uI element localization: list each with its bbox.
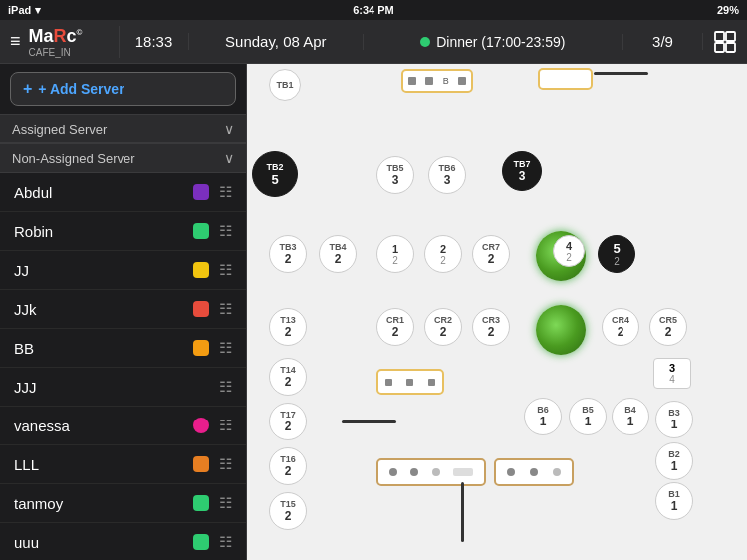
server-color-JJ <box>193 262 209 278</box>
table-TB1[interactable]: TB1 <box>269 69 301 101</box>
server-color-vanessa <box>193 418 209 433</box>
assigned-label: Assigned Server <box>12 122 107 137</box>
server-name-JJ: JJ <box>14 262 183 279</box>
wifi-icon: ▾ <box>35 4 41 17</box>
server-chart-icon-LLL: ☷ <box>219 455 232 473</box>
table-T14[interactable]: T14 2 <box>269 358 307 396</box>
server-chart-icon-Robin: ☷ <box>219 222 232 240</box>
server-row-tanmoy[interactable]: tanmoy ☷ <box>0 484 246 523</box>
header: ≡ MaRc© CAFE_IN 18:33 Sunday, 08 Apr Din… <box>0 20 747 64</box>
table-CR4[interactable]: CR4 2 <box>602 308 639 346</box>
server-name-JJJ: JJJ <box>14 379 209 396</box>
table-TB7[interactable]: TB7 3 <box>502 151 542 191</box>
server-name-Robin: Robin <box>14 223 183 240</box>
grid-icon[interactable] <box>703 31 747 53</box>
dinner-status-dot <box>420 37 430 47</box>
server-row-Robin[interactable]: Robin ☷ <box>0 212 246 251</box>
server-name-BB: BB <box>14 340 183 357</box>
rect-icon-mid[interactable] <box>376 369 444 395</box>
table-CR5[interactable]: CR5 2 <box>649 308 687 346</box>
header-date: Sunday, 08 Apr <box>189 33 363 50</box>
server-name-tanmoy: tanmoy <box>14 495 183 512</box>
rect-icon-top2[interactable] <box>538 68 593 90</box>
server-name-uuu: uuu <box>14 534 183 551</box>
server-chart-icon-JJ: ☷ <box>219 261 232 279</box>
table-B3[interactable]: B3 1 <box>655 401 693 438</box>
line-mid <box>342 420 396 423</box>
server-row-JJ[interactable]: JJ ☷ <box>0 251 246 290</box>
line-top-right <box>594 72 648 75</box>
table-B1[interactable]: B1 1 <box>655 482 693 520</box>
server-row-Abdul[interactable]: Abdul ☷ <box>0 173 246 212</box>
header-dinner[interactable]: Dinner (17:00-23:59) <box>363 34 623 50</box>
table-col-right-top[interactable]: 3 4 <box>653 358 691 389</box>
server-row-BB[interactable]: BB ☷ <box>0 329 246 368</box>
table-CR2[interactable]: CR2 2 <box>424 308 462 346</box>
logo-section: ≡ MaRc© CAFE_IN <box>0 26 120 58</box>
server-name-LLL: LLL <box>14 456 183 473</box>
table-T16[interactable]: T16 2 <box>269 447 307 485</box>
table-map: TB1 B TB2 5 TB5 3 <box>247 64 747 560</box>
cafe-label: CAFE_IN <box>29 47 83 58</box>
server-chart-icon-JJJ: ☷ <box>219 378 232 396</box>
line-vertical <box>461 482 464 542</box>
table-4-2[interactable]: 4 2 <box>553 235 585 267</box>
table-CR7[interactable]: CR7 2 <box>472 235 510 273</box>
server-row-JJk[interactable]: JJk ☷ <box>0 290 246 329</box>
table-TB6[interactable]: TB6 3 <box>428 156 466 194</box>
header-pages[interactable]: 3/9 <box>623 33 703 50</box>
table-map-area[interactable]: TB1 B TB2 5 TB5 3 <box>247 64 747 560</box>
non-assigned-chevron-icon: ∨ <box>224 150 234 166</box>
table-B4[interactable]: B4 1 <box>612 398 649 435</box>
server-row-uuu[interactable]: uuu ☷ <box>0 523 246 560</box>
svg-rect-1 <box>726 32 735 41</box>
table-anon1[interactable]: 1 2 <box>376 235 414 273</box>
server-color-BB <box>193 340 209 356</box>
status-time: 6:34 PM <box>353 4 394 16</box>
table-TB4[interactable]: TB4 2 <box>319 235 357 273</box>
status-bar: iPad ▾ 6:34 PM 29% <box>0 0 747 20</box>
server-color-uuu <box>193 534 209 550</box>
table-B6[interactable]: B6 1 <box>524 398 562 435</box>
header-time: 18:33 <box>120 33 189 50</box>
server-color-LLL <box>193 456 209 472</box>
table-T13[interactable]: T13 2 <box>269 308 307 346</box>
assigned-section-header[interactable]: Assigned Server ∨ <box>0 114 246 143</box>
table-TB5[interactable]: TB5 3 <box>376 156 414 194</box>
table-CR3[interactable]: CR3 2 <box>472 308 510 346</box>
table-dark5[interactable]: 5 2 <box>598 235 635 273</box>
add-server-button[interactable]: + + Add Server <box>10 72 236 106</box>
server-chart-icon-tanmoy: ☷ <box>219 494 232 512</box>
non-assigned-section-header[interactable]: Non-Assigned Server ∨ <box>0 143 246 173</box>
server-color-JJk <box>193 301 209 317</box>
table-T15[interactable]: T15 2 <box>269 492 307 530</box>
server-chart-icon-Abdul: ☷ <box>219 183 232 201</box>
rect-icon-bottom1[interactable] <box>376 458 486 486</box>
server-color-Robin <box>193 223 209 239</box>
server-color-tanmoy <box>193 495 209 511</box>
table-anon2[interactable]: 2 2 <box>424 235 462 273</box>
server-row-LLL[interactable]: LLL ☷ <box>0 445 246 484</box>
add-server-label: + Add Server <box>38 81 124 97</box>
table-TB3[interactable]: TB3 2 <box>269 235 307 273</box>
svg-rect-2 <box>715 43 724 52</box>
table-B2[interactable]: B2 1 <box>655 442 693 480</box>
rect-icon-top1[interactable]: B <box>401 69 473 93</box>
non-assigned-label: Non-Assigned Server <box>12 151 135 166</box>
server-chart-icon-BB: ☷ <box>219 339 232 357</box>
server-name-vanessa: vanessa <box>14 418 183 434</box>
server-row-JJJ[interactable]: JJJ ☷ <box>0 368 246 407</box>
table-CR1[interactable]: CR1 2 <box>376 308 414 346</box>
plus-icon: + <box>23 80 32 98</box>
table-B5[interactable]: B5 1 <box>569 398 607 435</box>
table-TB2[interactable]: TB2 5 <box>252 151 298 197</box>
table-T17[interactable]: T17 2 <box>269 403 307 440</box>
table-green-fuzzy-2[interactable] <box>536 305 586 355</box>
server-chart-icon-JJk: ☷ <box>219 300 232 318</box>
hamburger-icon[interactable]: ≡ <box>10 31 21 52</box>
server-row-vanessa[interactable]: vanessa ☷ <box>0 407 246 445</box>
rect-icon-bottom2[interactable] <box>494 458 574 486</box>
main-layout: + + Add Server Assigned Server ∨ Non-Ass… <box>0 64 747 560</box>
dinner-label: Dinner (17:00-23:59) <box>436 34 565 50</box>
server-color-Abdul <box>193 184 209 200</box>
